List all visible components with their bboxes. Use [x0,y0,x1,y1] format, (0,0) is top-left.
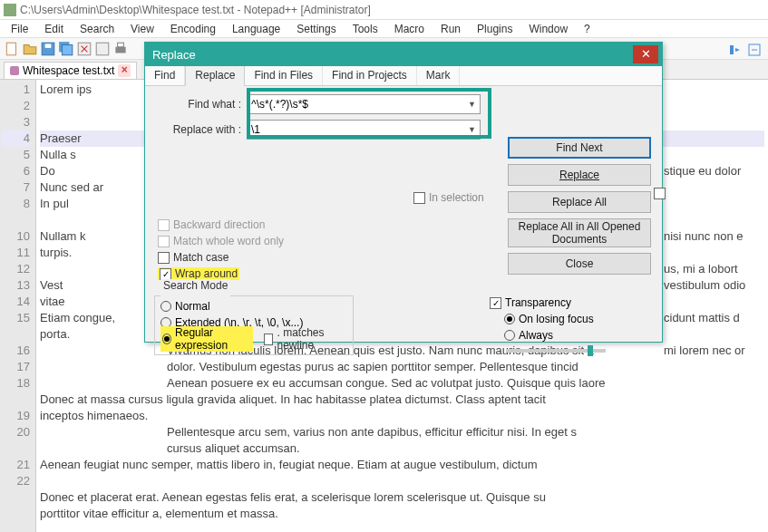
menu-encoding[interactable]: Encoding [163,21,223,37]
find-next-button[interactable]: Find Next [508,137,651,159]
replace-all-button[interactable]: Replace All [508,191,651,213]
checkbox-icon [413,192,425,204]
svg-rect-7 [115,46,125,53]
close-file-icon[interactable] [76,41,92,57]
menu-language[interactable]: Language [225,21,287,37]
svg-rect-6 [96,43,109,55]
replace-with-label: Replace with : [152,123,247,136]
tab-close-icon[interactable]: × [118,64,131,77]
menu-macro[interactable]: Macro [387,21,432,37]
close-button[interactable]: Close [508,253,651,275]
fold-icon[interactable] [746,42,763,58]
new-file-icon[interactable] [4,41,20,57]
replace-with-input[interactable]: \1 ▼ [247,120,481,140]
save-icon[interactable] [40,41,56,57]
bg-text: cidunt mattis d [664,310,745,326]
match-whole-word-checkbox[interactable]: Match whole word only [158,233,284,249]
transparency-checkbox[interactable]: Transparency [490,295,644,311]
bg-text: nisi nunc non e [664,228,745,245]
match-case-checkbox[interactable]: Match case [158,249,284,266]
chevron-down-icon[interactable]: ▼ [468,125,476,134]
tab-find[interactable]: Find [145,66,185,85]
matches-newline-checkbox[interactable]: . matches newline [264,326,347,352]
tab-filename: Whitespace test.txt [23,64,114,77]
dialog-titlebar[interactable]: Replace ✕ [145,43,662,66]
search-mode-legend: Search Mode [160,279,230,292]
dialog-title: Replace [152,48,196,62]
tab-replace[interactable]: Replace [185,66,245,86]
tab-mark[interactable]: Mark [417,66,461,85]
replace-dialog: Replace ✕ Find Replace Find in Files Fin… [144,42,663,343]
transparency-group: Transparency On losing focus Always [490,295,644,353]
menu-tools[interactable]: Tools [345,21,385,37]
dialog-tabs: Find Replace Find in Files Find in Proje… [145,66,662,86]
menu-settings[interactable]: Settings [289,21,343,37]
find-next-wrap-checkbox[interactable] [654,188,666,199]
menu-edit[interactable]: Edit [37,21,71,37]
open-file-icon[interactable] [22,41,38,57]
svg-rect-4 [63,44,73,54]
menu-help[interactable]: ? [577,21,598,37]
app-icon [4,4,16,16]
bg-text: us, mi a lobort [664,261,745,277]
menu-file[interactable]: File [4,21,35,37]
search-mode-regex[interactable]: Regular expression . matches newline [160,331,347,347]
search-mode-group: Search Mode Normal Extended (\n, \r, \t,… [154,289,354,355]
svg-rect-0 [6,43,15,55]
menu-run[interactable]: Run [433,21,468,37]
transparency-on-losing[interactable]: On losing focus [490,311,644,327]
bg-text: stique eu dolor [664,163,745,179]
in-selection-checkbox[interactable]: In selection [413,191,484,204]
backward-checkbox[interactable]: Backward direction [158,217,284,233]
find-what-input[interactable]: ^\s*(.*?)\s*$ ▼ [247,94,481,114]
menu-search[interactable]: Search [73,21,122,37]
file-icon [10,66,19,75]
window-title: C:\Users\Admin\Desktop\Whitespace test.t… [20,4,371,16]
search-mode-normal[interactable]: Normal [160,298,347,314]
find-what-label: Find what : [152,98,247,111]
transparency-slider[interactable] [506,349,606,353]
svg-rect-8 [118,43,124,47]
replace-button[interactable]: Replace [508,164,651,186]
chevron-down-icon[interactable]: ▼ [468,100,476,109]
menu-view[interactable]: View [123,21,161,37]
toolbar-right [726,42,763,58]
next-result-icon[interactable] [726,42,743,58]
svg-rect-2 [45,44,52,48]
replace-all-opened-button[interactable]: Replace All in All Opened Documents [508,218,651,247]
transparency-always[interactable]: Always [490,327,644,343]
bg-text: mi lorem nec or [664,343,745,359]
tab-find-in-files[interactable]: Find in Files [245,66,323,85]
save-all-icon[interactable] [58,41,74,57]
window-titlebar: C:\Users\Admin\Desktop\Whitespace test.t… [0,0,768,20]
close-all-icon[interactable] [94,41,111,57]
tab-find-in-projects[interactable]: Find in Projects [323,66,417,85]
line-number-gutter: 123 456 78 101112 131415 1617 1819 2021 … [0,80,36,532]
menu-plugins[interactable]: Plugins [470,21,520,37]
print-icon[interactable] [112,41,129,57]
bg-text: vestibulum odio [664,277,745,294]
document-tab[interactable]: Whitespace test.txt × [4,62,137,79]
dialog-close-button[interactable]: ✕ [633,45,658,63]
menubar: File Edit Search View Encoding Language … [0,20,768,38]
menu-window[interactable]: Window [521,21,575,37]
